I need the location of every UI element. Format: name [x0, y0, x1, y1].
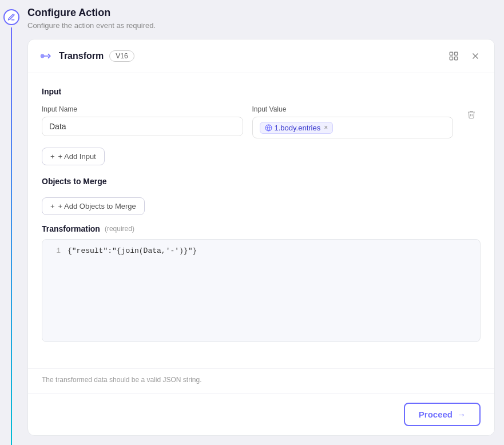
- plus-icon-2: +: [50, 202, 55, 210]
- step-line: [11, 27, 12, 445]
- arrow-icon: →: [457, 410, 466, 419]
- input-name-label: Input Name: [42, 105, 243, 113]
- page-title: Configure Action: [27, 7, 495, 19]
- transformation-header: Transformation (required): [42, 224, 481, 233]
- globe-icon: [265, 124, 272, 132]
- delete-input-button[interactable]: [462, 105, 481, 124]
- close-button[interactable]: [468, 49, 483, 63]
- configure-card: Transform V16: [27, 39, 495, 436]
- card-footer: Proceed →: [28, 393, 494, 435]
- code-editor[interactable]: 1 {"result":"{join(Data,'-')}"}: [42, 239, 481, 342]
- input-value-field[interactable]: 1.body.entries ×: [252, 117, 454, 138]
- proceed-button[interactable]: Proceed →: [404, 403, 481, 426]
- card-header: Transform V16: [28, 39, 494, 73]
- objects-section: Objects to Merge + + Add Objects to Merg…: [42, 177, 481, 215]
- tag-remove-button[interactable]: ×: [324, 124, 328, 132]
- step-icon: [3, 9, 19, 25]
- svg-rect-3: [450, 57, 453, 60]
- proceed-label: Proceed: [419, 410, 453, 419]
- footer-note: The transformed data should be a valid J…: [28, 368, 494, 393]
- add-input-label: + Add Input: [58, 152, 96, 161]
- transformation-title: Transformation: [42, 224, 100, 233]
- input-value-label: Input Value: [252, 105, 454, 113]
- input-value-tag: 1.body.entries ×: [260, 122, 334, 134]
- step-sidebar: [0, 0, 23, 445]
- add-objects-label: + Add Objects to Merge: [58, 202, 136, 210]
- version-badge: V16: [109, 50, 134, 62]
- add-input-button[interactable]: + + Add Input: [42, 148, 105, 165]
- plus-icon: +: [50, 152, 55, 161]
- tag-text: 1.body.entries: [275, 124, 321, 132]
- input-row: Input Name Input Value: [42, 105, 481, 138]
- code-line-1: 1 {"result":"{join(Data,'-')}"}: [51, 247, 471, 255]
- main-content: Configure Action Configure the action ev…: [23, 0, 504, 445]
- svg-point-0: [41, 54, 45, 58]
- input-name-group: Input Name: [42, 105, 243, 136]
- card-body: Input Input Name Input Value: [28, 73, 494, 368]
- required-label: (required): [105, 225, 134, 233]
- svg-rect-2: [455, 52, 458, 55]
- input-name-field[interactable]: [42, 117, 243, 136]
- header-actions: [446, 49, 483, 63]
- transform-icon: [39, 49, 53, 63]
- code-content: {"result":"{join(Data,'-')}"}: [68, 247, 197, 255]
- card-title: Transform: [59, 51, 104, 61]
- svg-rect-4: [455, 57, 458, 60]
- input-value-group: Input Value 1.body.en: [252, 105, 454, 138]
- objects-section-title: Objects to Merge: [42, 177, 481, 186]
- add-objects-button[interactable]: + + Add Objects to Merge: [42, 197, 145, 215]
- expand-button[interactable]: [446, 49, 461, 63]
- line-number: 1: [51, 247, 61, 255]
- page-subtitle: Configure the action event as required.: [27, 21, 495, 30]
- svg-rect-1: [450, 52, 453, 55]
- input-section-title: Input: [42, 87, 481, 96]
